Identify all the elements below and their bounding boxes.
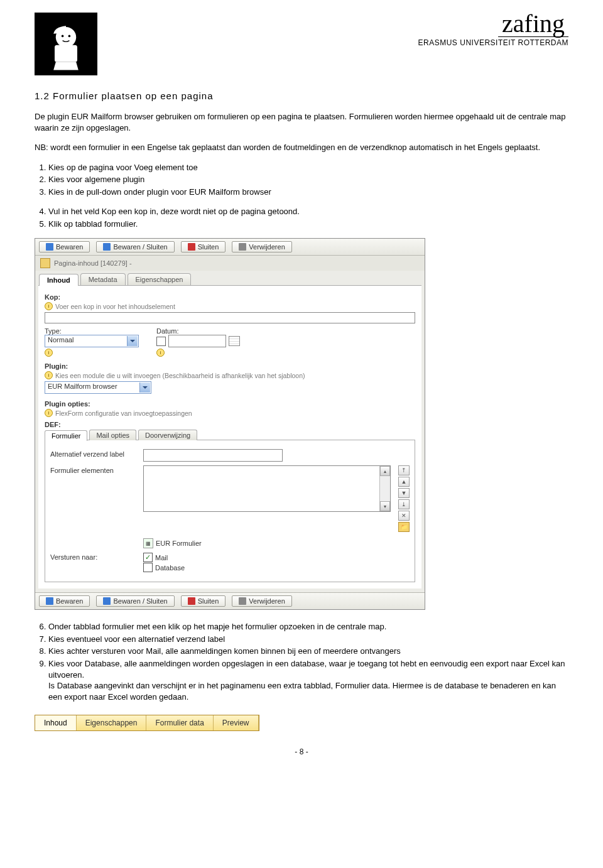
subtab-formulier-body: Alternatief verzend label Formulier elem…: [45, 440, 415, 582]
type-label: Type:: [45, 327, 139, 335]
step-item: Kies eventueel voor een alternatief verz…: [48, 634, 568, 645]
alt-verzend-input[interactable]: [143, 449, 283, 462]
scroll-down-icon[interactable]: ▾: [380, 501, 390, 511]
step-item: Klik op tabblad formulier.: [48, 219, 568, 230]
steps-list-a: Kies op de pagina voor Voeg element toe …: [35, 162, 568, 198]
close-button[interactable]: Sluiten: [181, 595, 226, 607]
eur-formulier-label: EUR Formulier: [156, 540, 202, 547]
trash-icon: [239, 243, 246, 251]
svg-point-3: [62, 35, 64, 38]
save-icon: [46, 597, 53, 605]
plugin-hint: iKies een module die u wilt invoegen (Be…: [45, 371, 415, 379]
tab-eigenschappen[interactable]: Eigenschappen: [128, 273, 192, 285]
step-item: Kies voor Database, alle aanmeldingen wo…: [48, 658, 568, 702]
date-checkbox[interactable]: [156, 337, 166, 346]
step-item: Kies achter versturen voor Mail, alle aa…: [48, 646, 568, 657]
cms-top-toolbar: Bewaren Bewaren / Sluiten Sluiten Verwij…: [35, 239, 425, 256]
tab-inhoud[interactable]: Inhoud: [39, 274, 79, 286]
plugin-opties-label: Plugin opties:: [45, 400, 415, 408]
content-title: Pagina-inhoud [140279] -: [54, 259, 132, 267]
delete-button[interactable]: Verwijderen: [232, 595, 291, 607]
subtab-formulier[interactable]: Formulier: [45, 430, 87, 441]
subtab-mail-opties[interactable]: Mail opties: [89, 430, 136, 440]
svg-point-4: [68, 35, 71, 38]
move-up-icon[interactable]: ▲: [398, 477, 410, 487]
calendar-icon[interactable]: [229, 336, 240, 346]
cms-editor-panel: Bewaren Bewaren / Sluiten Sluiten Verwij…: [35, 238, 425, 610]
step-item: Onder tabblad formulier met een klik op …: [48, 621, 568, 632]
subtab-doorverwijzing[interactable]: Doorverwijzing: [138, 430, 197, 440]
type-select[interactable]: Normaal: [45, 335, 139, 347]
folder-browse-icon[interactable]: 📁: [398, 522, 410, 532]
date-input[interactable]: [168, 335, 226, 347]
save-button[interactable]: Bewaren: [39, 241, 90, 252]
move-bottom-icon[interactable]: ⤓: [398, 499, 410, 509]
formulier-elementen-listbox[interactable]: ▴▾: [143, 465, 391, 512]
alt-verzend-label: Alternatief verzend label: [50, 449, 138, 458]
plugin-label: Plugin:: [45, 362, 415, 370]
erasmus-wordmark: zafing ERASMUS UNIVERSITEIT ROTTERDAM: [418, 13, 568, 47]
save-icon: [103, 597, 111, 605]
plugin-select[interactable]: EUR Mailform browser: [45, 381, 151, 394]
save-close-button[interactable]: Bewaren / Sluiten: [96, 241, 174, 252]
mail-checkbox[interactable]: [143, 553, 153, 562]
erasmus-portrait-logo: [35, 13, 97, 75]
save-button[interactable]: Bewaren: [39, 595, 90, 607]
save-label: Bewaren: [56, 243, 83, 251]
plugin-opties-hint: iFlexForm configuratie van invoegtoepass…: [45, 409, 415, 417]
kop-input[interactable]: [45, 312, 415, 323]
save-close-button[interactable]: Bewaren / Sluiten: [96, 595, 174, 607]
def-label: DEF:: [45, 421, 415, 428]
listbox-side-controls: ⤒ ▲ ▼ ⤓ ✕ 📁: [398, 465, 410, 532]
svg-rect-2: [55, 45, 77, 62]
tab-formulier-data[interactable]: Formulier data: [146, 715, 213, 730]
main-tabs: Inhoud Metadata Eigenschappen: [35, 271, 425, 285]
step-item: Vul in het veld Kop een kop in, deze wor…: [48, 206, 568, 217]
tab-eigenschappen-2[interactable]: Eigenschappen: [77, 715, 147, 730]
info-icon: i: [45, 371, 53, 379]
delete-label: Verwijderen: [249, 243, 285, 251]
university-name: ERASMUS UNIVERSITEIT ROTTERDAM: [418, 38, 568, 47]
kop-label: Kop:: [45, 293, 415, 301]
form-item-icon: ▦: [143, 538, 153, 548]
info-icon: i: [156, 349, 165, 357]
save-icon: [103, 243, 111, 251]
close-button[interactable]: Sluiten: [181, 241, 226, 252]
cms-bottom-toolbar: Bewaren Bewaren / Sluiten Sluiten Verwij…: [35, 592, 425, 609]
save-close-label: Bewaren / Sluiten: [113, 243, 167, 251]
datum-label: Datum:: [156, 327, 240, 335]
scroll-up-icon[interactable]: ▴: [380, 466, 390, 476]
formulier-elementen-label: Formulier elementen: [50, 465, 138, 474]
steps-list-c: Onder tabblad formulier met een klik op …: [35, 621, 568, 702]
content-title-bar: Pagina-inhoud [140279] -: [35, 256, 425, 271]
steps-list-b: Vul in het veld Kop een kop in, deze wor…: [35, 206, 568, 229]
save-icon: [46, 243, 53, 251]
close-icon: [188, 597, 195, 605]
plugin-subtabs: Formulier Mail opties Doorverwijzing: [45, 430, 415, 440]
chevron-down-icon: [139, 382, 150, 393]
kop-hint: iVoer een kop in voor het inhoudselement: [45, 302, 415, 310]
close-icon: [188, 243, 195, 251]
scrollbar[interactable]: ▴▾: [379, 466, 390, 511]
versturen-naar-label: Versturen naar:: [50, 552, 138, 561]
step-item: Kies op de pagina voor Voeg element toe: [48, 162, 568, 173]
mail-option-label: Mail: [155, 554, 168, 561]
tab-metadata[interactable]: Metadata: [80, 273, 126, 285]
tab-inhoud-2[interactable]: Inhoud: [35, 715, 77, 730]
info-icon: i: [45, 409, 53, 417]
remove-icon[interactable]: ✕: [398, 511, 410, 521]
delete-button[interactable]: Verwijderen: [232, 241, 291, 252]
tab-preview[interactable]: Preview: [214, 715, 259, 730]
move-top-icon[interactable]: ⤒: [398, 465, 410, 475]
step-item: Kies voor algemene plugin: [48, 174, 568, 185]
database-checkbox[interactable]: [143, 563, 153, 572]
type-value: Normaal: [48, 336, 74, 344]
chevron-down-icon: [127, 336, 138, 346]
info-icon: i: [45, 349, 53, 357]
move-down-icon[interactable]: ▼: [398, 488, 410, 498]
page-icon: [40, 258, 50, 268]
page-number: - 8 -: [35, 747, 568, 756]
info-icon: i: [45, 302, 53, 310]
page-menu-tabstrip: Inhoud Eigenschappen Formulier data Prev…: [35, 715, 259, 731]
intro-paragraph-1: De plugin EUR Mailform browser gebruiken…: [35, 111, 568, 133]
